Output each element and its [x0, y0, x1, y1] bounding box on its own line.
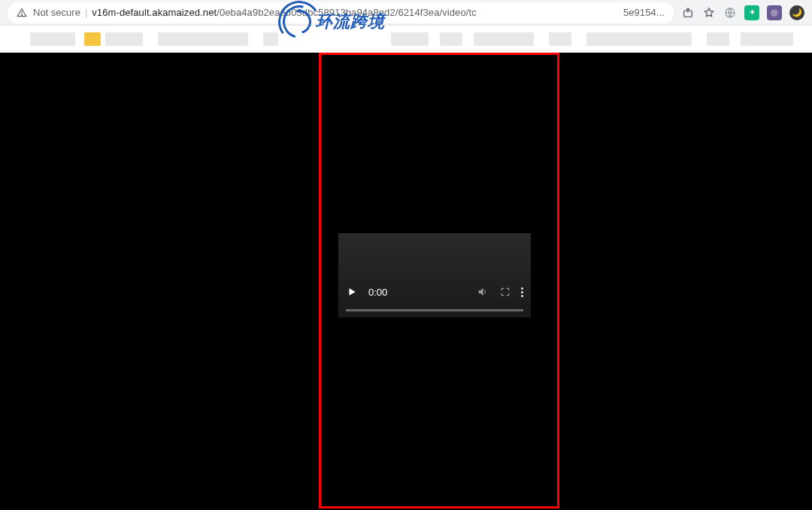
url-trail: 5e9154...	[623, 7, 665, 18]
volume-icon[interactable]	[476, 285, 489, 299]
more-options-icon[interactable]	[521, 287, 523, 297]
brand-arc-icon	[278, 1, 320, 43]
watermark-strip	[0, 26, 812, 53]
bookmark-star-icon[interactable]	[702, 6, 716, 20]
separator: |	[85, 7, 87, 18]
brand-text: 环流跨境	[316, 11, 385, 33]
not-secure-label: Not secure	[33, 7, 80, 18]
video-controls: 0:00	[338, 279, 531, 309]
not-secure-icon	[17, 8, 27, 18]
video-player[interactable]: 0:00	[338, 233, 531, 317]
extension-icon-2[interactable]: ◎	[767, 5, 782, 20]
playback-time: 0:00	[368, 287, 387, 298]
fullscreen-icon[interactable]	[498, 285, 512, 299]
browser-address-bar: Not secure | v16m-default.akamaized.net/…	[0, 0, 812, 26]
share-icon[interactable]	[681, 6, 695, 20]
extension-icon-3[interactable]: 🌙	[789, 5, 804, 20]
brand-watermark: 环流跨境	[278, 2, 385, 41]
svg-point-1	[22, 14, 23, 15]
extension-icon-1[interactable]: ✦	[744, 5, 759, 20]
video-canvas: 0:00	[0, 53, 812, 510]
translate-icon[interactable]	[723, 6, 737, 20]
progress-bar[interactable]	[346, 309, 523, 311]
play-button[interactable]	[346, 286, 358, 298]
